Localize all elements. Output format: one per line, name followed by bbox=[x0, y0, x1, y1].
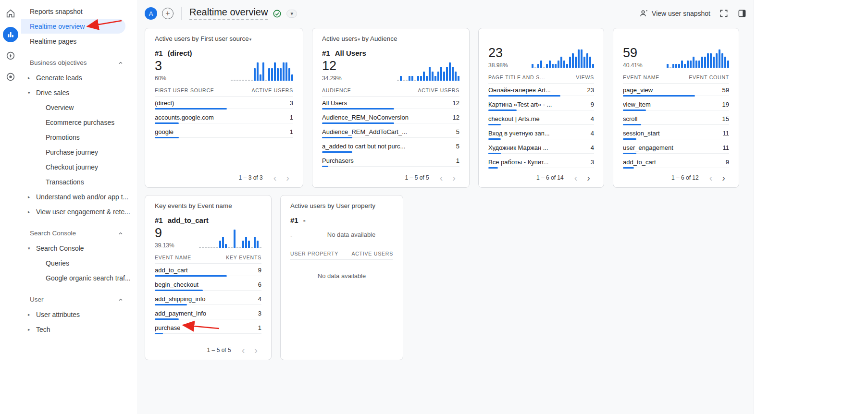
sidebar-item-drive-sales[interactable]: ▾Drive sales bbox=[21, 85, 137, 100]
table-row[interactable]: session_start11 bbox=[623, 127, 729, 141]
table-row[interactable]: add_to_cart9 bbox=[623, 156, 729, 170]
metric-link[interactable]: Event count bbox=[623, 35, 657, 36]
row-bar bbox=[623, 153, 636, 154]
advertising-icon[interactable] bbox=[3, 69, 18, 85]
home-icon[interactable] bbox=[3, 6, 18, 21]
sidebar-item-realtime-overview[interactable]: Realtime overview bbox=[21, 19, 125, 34]
metric-link[interactable]: Active users bbox=[322, 35, 358, 42]
sidebar-item-realtime-pages[interactable]: Realtime pages bbox=[21, 34, 137, 49]
metric-link[interactable]: Active users bbox=[155, 35, 190, 42]
reports-icon[interactable] bbox=[3, 27, 18, 42]
top-rank-row: #1add_to_cart bbox=[155, 216, 261, 224]
row-bar bbox=[623, 167, 634, 169]
chevron-up-icon[interactable] bbox=[118, 297, 124, 303]
table-row[interactable]: add_payment_info3 bbox=[155, 307, 261, 321]
table-row[interactable]: google1 bbox=[155, 125, 293, 140]
chevron-up-icon[interactable] bbox=[118, 231, 124, 236]
table-row[interactable]: scroll15 bbox=[623, 112, 729, 127]
dimension-link[interactable]: Event name bbox=[668, 35, 702, 36]
table-row[interactable]: add_to_cart9 bbox=[155, 264, 261, 278]
pagination-label: 1 – 6 of 14 bbox=[536, 174, 564, 181]
rank-label: #1 bbox=[623, 43, 631, 44]
table-row[interactable]: Audience_REM_NoConversion12 bbox=[322, 111, 459, 125]
prev-page-icon[interactable]: ‹ bbox=[570, 173, 582, 183]
prev-page-icon[interactable]: ‹ bbox=[270, 173, 281, 183]
report-nav-sidebar: Reports snapshot Realtime overview Realt… bbox=[21, 0, 137, 414]
sidebar-item-overview[interactable]: Overview bbox=[21, 100, 137, 115]
table-row[interactable]: a_added to cart but not purc...5 bbox=[322, 140, 459, 154]
insights-panel-icon[interactable] bbox=[737, 9, 747, 18]
metric-link[interactable]: Key events bbox=[155, 202, 187, 209]
sidebar-item-search-console[interactable]: ▾Search Console bbox=[21, 241, 137, 256]
sidebar-item-ecommerce-purchases[interactable]: Ecommerce purchases bbox=[21, 115, 137, 130]
add-comparison-button[interactable]: + bbox=[162, 8, 174, 19]
dimension-link[interactable]: Event name bbox=[198, 202, 232, 209]
dimension-link[interactable]: First user source bbox=[200, 35, 249, 42]
table-header: PAGE TITLE AND S...VIEWS bbox=[488, 69, 594, 84]
sidebar-section-user[interactable]: User bbox=[21, 292, 137, 307]
table-row[interactable]: Картина «Test art» - ...9 bbox=[488, 98, 594, 112]
table-row[interactable]: accounts.google.com1 bbox=[155, 111, 293, 125]
sidebar-item-user-engagement-retention[interactable]: ▸View user engagement & rete... bbox=[21, 204, 137, 219]
table-row[interactable]: All Users12 bbox=[322, 97, 459, 111]
table-header: USER PROPERTYACTIVE USERS bbox=[290, 245, 393, 260]
chevron-down-icon[interactable]: ▾ bbox=[249, 37, 252, 42]
table-row[interactable]: view_item19 bbox=[623, 98, 729, 112]
next-page-icon[interactable]: › bbox=[448, 173, 459, 183]
row-bar bbox=[322, 137, 352, 138]
chevron-down-icon[interactable]: ▾ bbox=[358, 37, 360, 42]
table-row[interactable]: Все работы - Купит...3 bbox=[488, 156, 594, 170]
sidebar-item-google-organic-search[interactable]: Google organic search traf... bbox=[21, 270, 137, 285]
sidebar-item-user-attributes[interactable]: ▸User attributes bbox=[21, 307, 137, 322]
sidebar-item-checkout-journey[interactable]: Checkout journey bbox=[21, 159, 137, 174]
pagination-label: 1 – 6 of 12 bbox=[671, 174, 699, 181]
dimension-link[interactable]: User property bbox=[336, 202, 375, 209]
next-page-icon[interactable]: › bbox=[282, 173, 293, 183]
sidebar-item-transactions[interactable]: Transactions bbox=[21, 174, 137, 189]
sidebar-section-search-console[interactable]: Search Console bbox=[21, 226, 137, 241]
table-row-purchase[interactable]: purchase1 bbox=[155, 321, 261, 336]
row-bar bbox=[488, 138, 501, 140]
table-row[interactable]: Художник Маржан ...4 bbox=[488, 141, 594, 156]
prev-page-icon[interactable]: ‹ bbox=[706, 173, 717, 183]
metric-link[interactable]: Views bbox=[488, 35, 506, 36]
sidebar-item-generate-leads[interactable]: ▸Generate leads bbox=[21, 70, 137, 85]
row-bar bbox=[623, 124, 641, 125]
view-user-snapshot-button[interactable]: View user snapshot bbox=[638, 9, 710, 18]
dimension-link[interactable]: Page title and screen name bbox=[516, 35, 594, 36]
sidebar-item-purchase-journey[interactable]: Purchase journey bbox=[21, 145, 137, 159]
sidebar-section-business-objectives[interactable]: Business objectives bbox=[21, 55, 137, 70]
prev-page-icon[interactable]: ‹ bbox=[238, 345, 249, 355]
table-row[interactable]: Вход в учетную зап...4 bbox=[488, 127, 594, 141]
metric-link[interactable]: Active users bbox=[290, 202, 326, 209]
dimension-link[interactable]: Audience bbox=[370, 35, 397, 42]
chevron-up-icon[interactable] bbox=[118, 60, 124, 66]
table-row[interactable]: page_view59 bbox=[623, 84, 729, 98]
sidebar-item-understand-web-app[interactable]: ▸Understand web and/or app t... bbox=[21, 189, 137, 204]
row-bar bbox=[322, 122, 394, 124]
table-row[interactable]: Purchasers1 bbox=[322, 154, 459, 169]
next-page-icon[interactable]: › bbox=[250, 345, 261, 355]
next-page-icon[interactable]: › bbox=[718, 173, 729, 183]
top-rank-row: #1All Users bbox=[322, 49, 459, 57]
prev-page-icon[interactable]: ‹ bbox=[436, 173, 447, 183]
table-row[interactable]: add_shipping_info4 bbox=[155, 292, 261, 307]
sidebar-item-promotions[interactable]: Promotions bbox=[21, 130, 137, 145]
table-row[interactable]: begin_checkout6 bbox=[155, 278, 261, 292]
sparkline-chart bbox=[655, 49, 729, 68]
table-row[interactable]: Audience_REM_AddToCart_...5 bbox=[322, 125, 459, 140]
sidebar-item-reports-snapshot[interactable]: Reports snapshot bbox=[21, 4, 137, 19]
row-bar bbox=[322, 166, 328, 167]
chevron-down-icon[interactable]: ▾ bbox=[286, 10, 297, 18]
next-page-icon[interactable]: › bbox=[583, 173, 594, 183]
table-row[interactable]: checkout | Arts.me4 bbox=[488, 112, 594, 127]
fullscreen-icon[interactable] bbox=[719, 9, 729, 18]
sidebar-item-tech[interactable]: ▸Tech bbox=[21, 322, 137, 337]
table-row[interactable]: user_engagement11 bbox=[623, 141, 729, 156]
avatar[interactable]: A bbox=[145, 7, 157, 20]
sidebar-item-queries[interactable]: Queries bbox=[21, 256, 137, 270]
top-dimension-value: All Users bbox=[335, 49, 366, 57]
table-row[interactable]: Онлайн-галерея Art...23 bbox=[488, 84, 594, 98]
table-row[interactable]: (direct)3 bbox=[155, 97, 293, 111]
explore-icon[interactable] bbox=[3, 48, 18, 63]
